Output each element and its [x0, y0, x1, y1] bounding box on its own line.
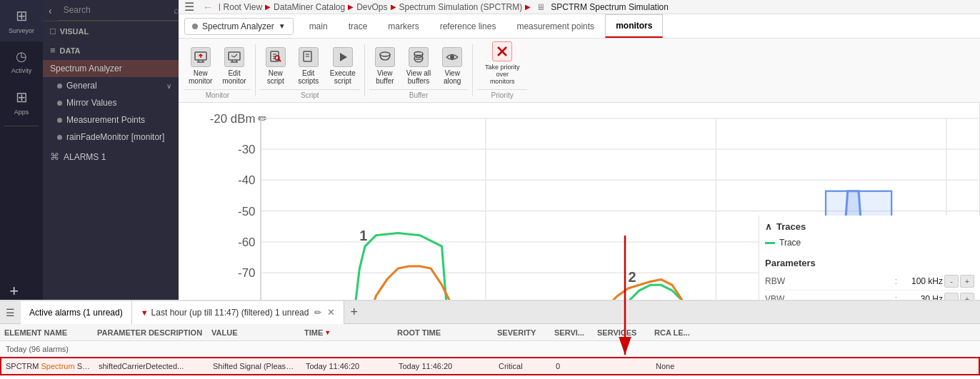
traces-title-label: Traces: [776, 221, 806, 232]
toolbar-sep-1: [255, 44, 256, 96]
new-script-icon: [266, 47, 286, 67]
svg-line-12: [234, 54, 237, 57]
close-tab-button[interactable]: ✕: [327, 307, 335, 318]
script-group-label: Script: [260, 89, 360, 99]
execute-script-label: Executescript: [330, 69, 356, 85]
nav-back-button[interactable]: ‹: [43, 1, 58, 21]
take-priority-button[interactable]: Take priority overmonitors: [477, 39, 527, 88]
breadcrumb-devops[interactable]: DevOps: [356, 2, 387, 12]
alarms-label: ALARMS 1: [64, 152, 106, 162]
nav-measurement-points[interactable]: Measurement Points: [43, 111, 179, 128]
execute-script-button[interactable]: Executescript: [326, 44, 360, 88]
svg-text:1: 1: [359, 228, 367, 243]
col-header-services: SERVICES: [593, 328, 650, 337]
breadcrumb-catalog[interactable]: DataMiner Catalog: [274, 2, 345, 12]
trace-color-bar: [765, 242, 775, 244]
alarms-section[interactable]: ⌘ ALARMS 1: [43, 146, 179, 168]
alarm-param: shiftedCarrierDetected...: [94, 362, 209, 370]
spectrum-dropdown[interactable]: Spectrum Analyzer ▼: [184, 18, 294, 35]
param-rbw-plus[interactable]: +: [960, 275, 974, 288]
sidebar-item-apps[interactable]: ⊞ Apps: [0, 81, 43, 123]
param-rbw-name: RBW: [765, 276, 892, 286]
nav-general[interactable]: General ∨: [43, 77, 179, 94]
edit-tab-icon[interactable]: ✏: [314, 308, 321, 318]
view-all-buffers-icon: [409, 47, 429, 67]
new-script-label: Newscript: [267, 69, 284, 85]
view-along-button[interactable]: Viewalong: [436, 44, 468, 88]
new-script-button[interactable]: Newscript: [260, 44, 291, 88]
general-dot: [57, 84, 62, 89]
breadcrumb-spectrum-sim[interactable]: Spectrum Simulation (SPCTRM): [399, 2, 523, 12]
sidebar-item-activity[interactable]: ◷ Activity: [0, 41, 43, 81]
spectrum-analyzer-label: Spectrum Analyzer: [50, 64, 122, 74]
spectrum-analyzer-item[interactable]: Spectrum Analyzer: [43, 60, 179, 77]
mirror-label: Mirror Values: [66, 98, 116, 108]
buffer-group-label: Buffer: [369, 89, 468, 99]
breadcrumb-spctrm: SPCTRM Spectrum Simulation: [551, 2, 669, 12]
tab-main[interactable]: main: [299, 16, 339, 37]
visual-icon: □: [50, 26, 56, 36]
new-monitor-button[interactable]: Newmonitor: [184, 44, 216, 88]
param-rbw: RBW : 100 kHz - +: [765, 273, 974, 290]
sidebar-item-surveyor[interactable]: ⊞ Surveyor: [0, 0, 43, 41]
filtered-label: Last hour (up till 11:47) (filtered) 1 u…: [151, 308, 309, 318]
nav-rain-fade[interactable]: rainFadeMonitor [monitor]: [43, 128, 179, 146]
col-header-servi: SERVI...: [550, 328, 593, 337]
view-buffer-button[interactable]: Viewbuffer: [369, 44, 401, 88]
col-header-severity: SEVERITY: [493, 328, 550, 337]
data-section[interactable]: ≡ DATA: [43, 41, 179, 60]
tab-markers[interactable]: markers: [378, 16, 429, 37]
view-buffer-icon: [375, 47, 395, 67]
alarm-table-row[interactable]: SPCTRM Spectrum Simul... shiftedCarrierD…: [0, 357, 980, 375]
hamburger-button[interactable]: ☰: [184, 0, 194, 14]
breadcrumb-arrow-4: ▶: [525, 3, 531, 11]
view-buffer-label: Viewbuffer: [376, 69, 394, 85]
monitor-group-label: Monitor: [184, 89, 251, 99]
nav-mirror-values[interactable]: Mirror Values: [43, 94, 179, 111]
trace-label: Trace: [779, 238, 801, 248]
svg-line-11: [231, 56, 234, 57]
traces-section: ∧ Traces Trace: [765, 221, 974, 249]
tab-monitors[interactable]: monitors: [605, 14, 663, 38]
breadcrumb-sep-0: |: [219, 3, 221, 11]
edit-scripts-button[interactable]: Editscripts: [293, 44, 324, 88]
breadcrumb-arrow-3: ▶: [391, 3, 396, 11]
alarm-table-header: ELEMENT NAME PARAMETER DESCRIPTION VALUE…: [0, 324, 980, 341]
col-header-value: VALUE: [207, 328, 300, 337]
view-all-buffers-label: View allbuffers: [406, 69, 431, 85]
alarm-elem-link[interactable]: Spectrum: [41, 362, 75, 370]
add-tab-button[interactable]: +: [344, 305, 364, 320]
edit-monitor-icon: [224, 47, 244, 67]
new-monitor-icon: [191, 47, 211, 67]
toolbar-sep-2: [364, 44, 365, 96]
alarm-hamburger[interactable]: ☰: [0, 307, 21, 318]
param-rbw-minus[interactable]: -: [944, 275, 959, 288]
svg-text:-60: -60: [238, 236, 255, 249]
buffer-group: Viewbuffer View allbuffers Viewalong Buf…: [369, 41, 468, 99]
alarm-tab-filtered[interactable]: ▼ Last hour (up till 11:47) (filtered) 1…: [132, 301, 345, 324]
alarm-elem: SPCTRM Spectrum Simul...: [1, 362, 94, 370]
visual-section[interactable]: □ VISUAL: [43, 21, 179, 41]
monitor-group: Newmonitor Editmonitor Monitor: [184, 41, 251, 99]
view-all-buffers-button[interactable]: View allbuffers: [402, 44, 435, 88]
edit-monitor-button[interactable]: Editmonitor: [218, 44, 250, 88]
tab-measurement-points[interactable]: measurement points: [506, 16, 605, 37]
alarm-rca: None: [651, 362, 709, 370]
take-priority-icon: [492, 41, 512, 61]
alarm-tab-active-alarms[interactable]: Active alarms (1 unread): [21, 301, 132, 324]
params-title: Parameters: [765, 258, 974, 268]
breadcrumb-screen-icon: 🖥: [536, 2, 545, 12]
breadcrumb-root-view[interactable]: Root View: [224, 2, 262, 12]
filter-icon: ▼: [141, 308, 149, 317]
visual-label: VISUAL: [60, 27, 89, 36]
measurement-dot: [57, 118, 62, 123]
svg-text:-50: -50: [238, 205, 255, 218]
activity-icon: ◷: [16, 49, 27, 64]
mirror-dot: [57, 101, 62, 106]
edit-scripts-label: Editscripts: [298, 69, 319, 85]
back-arrow-button[interactable]: ←: [203, 1, 213, 13]
search-input[interactable]: [64, 5, 171, 15]
tab-trace[interactable]: trace: [339, 16, 379, 37]
tab-reference-lines[interactable]: reference lines: [430, 16, 507, 37]
svg-text:-30: -30: [238, 143, 255, 156]
